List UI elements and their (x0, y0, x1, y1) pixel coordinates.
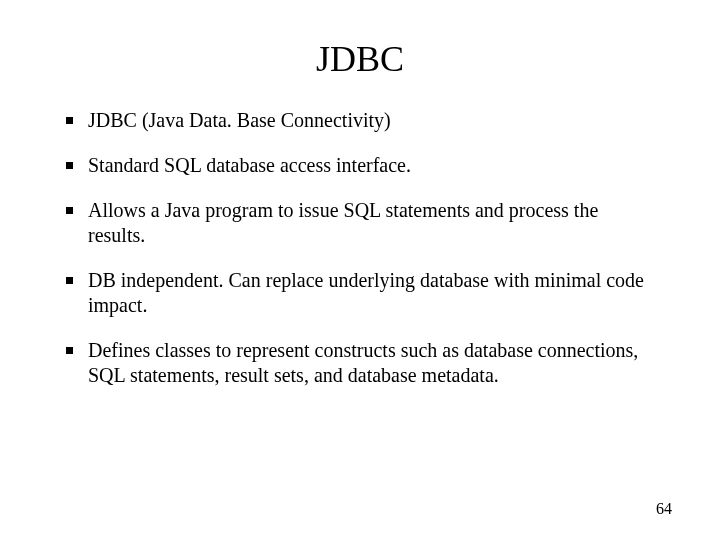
bullet-item: Standard SQL database access interface. (60, 153, 660, 178)
bullet-item: Defines classes to represent constructs … (60, 338, 660, 388)
page-number: 64 (656, 500, 672, 518)
bullet-item: JDBC (Java Data. Base Connectivity) (60, 108, 660, 133)
bullet-item: DB independent. Can replace underlying d… (60, 268, 660, 318)
bullet-list: JDBC (Java Data. Base Connectivity) Stan… (60, 108, 660, 388)
bullet-item: Allows a Java program to issue SQL state… (60, 198, 660, 248)
slide-title: JDBC (60, 38, 660, 80)
